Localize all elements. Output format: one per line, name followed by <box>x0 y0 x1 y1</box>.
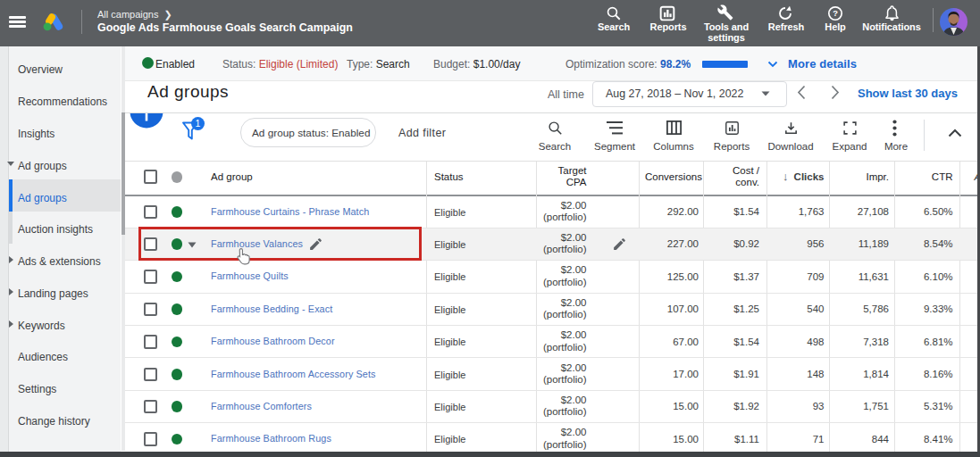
svg-text:?: ? <box>833 9 838 18</box>
